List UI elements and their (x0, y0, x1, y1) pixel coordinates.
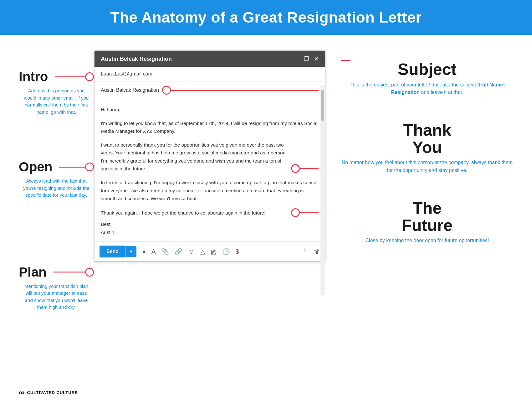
open-circle (85, 163, 94, 171)
scrollbar-thumb (321, 90, 324, 121)
plan-line (54, 272, 85, 272)
email-controls: – ❐ ✕ (296, 55, 319, 62)
image-icon[interactable]: ▨ (211, 248, 217, 255)
thankyou-section: Thank You No matter how you feel about t… (341, 122, 513, 174)
logo-text: CULTIVATED CULTURE (27, 390, 78, 395)
email-subject-text: Austin Belcak Resignation (101, 87, 159, 93)
subject-desc-text2: and leave it at that. (420, 90, 463, 95)
future-section: The Future Close by keeping the door ope… (341, 200, 513, 245)
future-desc: Close by keeping the door open for futur… (341, 237, 513, 245)
close-icon[interactable]: ✕ (314, 55, 319, 62)
scrollbar[interactable] (320, 85, 325, 295)
emoji-icon[interactable]: ☺ (188, 248, 194, 255)
infographic: The Anatomy of a Great Resignation Lette… (0, 0, 532, 410)
email-window: Austin Belcak Resignation – ❐ ✕ Laura.La… (94, 50, 325, 262)
future-title: The Future (341, 200, 513, 234)
text-format-icon[interactable]: A (151, 248, 156, 255)
subject-circle-right (162, 86, 171, 95)
email-para2-row: I want to personally thank you for the o… (101, 141, 319, 179)
header-title: The Anatomy of a Great Resignation Lette… (13, 9, 519, 26)
intro-circle (85, 72, 94, 81)
email-container: Austin Belcak Resignation – ❐ ✕ Laura.La… (94, 50, 325, 314)
header: The Anatomy of a Great Resignation Lette… (0, 0, 532, 35)
maximize-icon[interactable]: ❐ (304, 55, 309, 62)
open-line (59, 167, 85, 168)
thankyou-desc: No matter how you feel about this person… (341, 159, 513, 174)
send-button[interactable]: Send (100, 246, 125, 257)
open-label: Open (19, 159, 52, 174)
email-paragraph2: I want to personally thank you for the o… (101, 141, 291, 173)
future-line1: The (413, 199, 442, 217)
subject-section: Subject This is the easiest part of your… (341, 60, 513, 96)
email-paragraph3: In terms of transitioning, I'm happy to … (101, 179, 319, 203)
send-button-group: Send ▼ (100, 246, 136, 257)
subject-desc-text1: This is the easiest part of your letter!… (350, 82, 477, 87)
logo-area: ∞ CULTIVATED CULTURE (19, 388, 78, 397)
intro-label: Intro (19, 69, 48, 84)
send-dropdown-button[interactable]: ▼ (125, 246, 136, 257)
email-paragraph4: Thank you again, I hope we get the chanc… (101, 209, 291, 217)
subject-connector-start (341, 60, 350, 61)
open-desc: Always lead with the fact that you're re… (19, 178, 94, 199)
link-icon[interactable]: 🔗 (175, 248, 182, 255)
email-titlebar: Austin Belcak Resignation – ❐ ✕ (95, 51, 325, 67)
content-row: Intro Address this person as you would i… (0, 35, 532, 327)
email-to-row: Laura.Last@gmail.com (95, 67, 325, 81)
subject-title: Subject (341, 61, 513, 78)
email-signature: Best, Austin (95, 220, 325, 242)
email-window-title: Austin Belcak Resignation (101, 56, 172, 62)
email-para4-row: Thank you again, I hope we get the chanc… (101, 208, 319, 217)
intro-section: Intro Address this person as you would i… (19, 69, 94, 116)
subject-desc: This is the easiest part of your letter!… (341, 81, 513, 97)
email-paragraph1: I'm writing to let you know that, as of … (101, 119, 319, 135)
open-section: Open Always lead with the fact that you'… (19, 159, 94, 199)
plan-label: Plan (19, 265, 47, 280)
future-line2: Future (402, 216, 453, 234)
signature-name: Austin (101, 228, 319, 236)
format-icon[interactable]: ● (142, 248, 146, 255)
subject-line-right (171, 90, 319, 91)
plan-desc: Mentioning your transition plan will put… (19, 283, 94, 311)
thankyou-line1: Thank (403, 121, 451, 139)
email-body: Hi Laura, I'm writing to let you know th… (95, 99, 325, 220)
logo-icon: ∞ (19, 388, 25, 397)
left-sidebar: Intro Address this person as you would i… (19, 50, 94, 314)
future-line-right (300, 212, 319, 213)
clock-icon[interactable]: 🕐 (222, 248, 230, 255)
trash-icon[interactable]: 🗑 (314, 248, 320, 255)
signature-close: Best, (101, 220, 319, 228)
future-circle-email (291, 208, 300, 217)
drive-icon[interactable]: △ (200, 248, 205, 255)
minimize-icon[interactable]: – (296, 55, 299, 62)
thankyou-title: Thank You (341, 122, 513, 156)
plan-circle (85, 268, 94, 277)
email-toolbar: Send ▼ ● A 📎 🔗 ☺ △ ▨ 🕐 $ ⋮ 🗑 (95, 241, 325, 261)
intro-desc: Address this person as you would in any … (19, 87, 94, 116)
thankyou-line2: You (412, 138, 442, 156)
plan-section: Plan Mentioning your transition plan wil… (19, 265, 94, 311)
email-greeting: Hi Laura, (101, 106, 319, 114)
email-subject-row: Austin Belcak Resignation (95, 81, 325, 99)
more-icon[interactable]: ⋮ (302, 248, 308, 255)
thankyou-line-right (300, 168, 319, 169)
attach-icon[interactable]: 📎 (161, 248, 169, 255)
thankyou-circle-email (291, 164, 300, 173)
email-to-address: Laura.Last@gmail.com (101, 71, 152, 76)
dollar-icon[interactable]: $ (236, 248, 239, 255)
right-sidebar: Subject This is the easiest part of your… (325, 50, 513, 314)
intro-line (55, 76, 85, 77)
